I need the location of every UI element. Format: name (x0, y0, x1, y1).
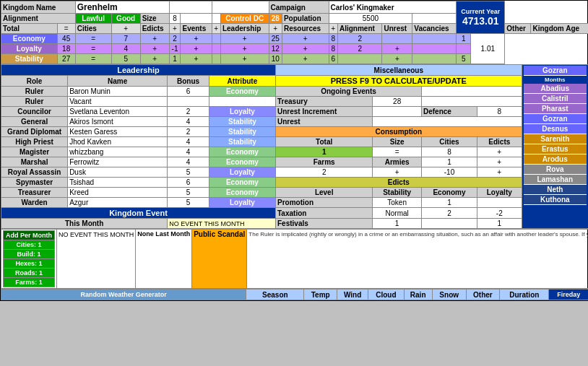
attribute-general: Stability (209, 117, 275, 127)
other-btn[interactable]: Other (466, 289, 500, 300)
control-dc-label: Control DC (220, 14, 269, 24)
stability-alignment (337, 54, 381, 64)
sidebar-lamashan[interactable]: Lamashan (524, 175, 587, 185)
consumption-total-label: Total (276, 137, 373, 147)
name-spymaster[interactable]: Tsishad (68, 178, 168, 188)
consumption-eq: = (373, 147, 422, 157)
bonus-magister: 4 (168, 147, 209, 157)
role-general: General (1, 117, 68, 127)
stability-leadership: 10 (269, 54, 282, 64)
name-treasurer[interactable]: Kreed (68, 188, 168, 198)
role-treasurer: Treasurer (1, 188, 68, 198)
taxation-level[interactable]: Normal (373, 208, 422, 219)
temp-btn[interactable]: Temp (304, 289, 337, 300)
promotion-level[interactable]: Token (373, 198, 422, 208)
sidebar-label-months: Months (524, 76, 587, 84)
bonus-ruler2 (168, 97, 209, 107)
none-last-month-label: None Last Month (136, 230, 192, 289)
loyalty-other (457, 44, 471, 54)
add-farms[interactable]: Farms: 1 (4, 278, 55, 287)
economy-other: 1 (457, 34, 471, 44)
kingdom-event-label: Kingdom Event (1, 208, 276, 219)
bonus-councilor: 2 (168, 107, 209, 117)
add-roads[interactable]: Roads: 1 (4, 269, 55, 278)
edict-stability-label: Stability (373, 188, 422, 198)
edicts-section-header: Edicts (276, 178, 522, 188)
role-ruler2: Ruler (1, 97, 68, 107)
population-value: 5500 (329, 14, 412, 24)
add-build[interactable]: Build: 1 (4, 250, 55, 259)
stability-vacancies (412, 54, 457, 64)
sidebar-sarenith[interactable]: Sarenith (524, 134, 587, 144)
sidebar-gozran2[interactable]: Gozran (524, 114, 587, 124)
ongoing-events-label: Ongoing Events (276, 87, 422, 97)
random-weather-btn[interactable]: Random Weather Generator (1, 289, 246, 300)
sidebar-calistril[interactable]: Calistril (524, 94, 587, 104)
consumption-edicts-value: 2 (276, 167, 373, 178)
rain-btn[interactable]: Rain (404, 289, 432, 300)
size-value: 8 (169, 14, 181, 24)
unrest-increment-label: Unrest Increment (276, 107, 373, 117)
consumption-size-value: 8 (421, 147, 477, 157)
snow-btn[interactable]: Snow (432, 289, 466, 300)
role-warden: Warden (1, 198, 68, 208)
name-general[interactable]: Akiros Ismont (68, 117, 168, 127)
bonus-high-priest: 4 (168, 137, 209, 147)
alignment-good: Good (111, 14, 140, 24)
festivals-level[interactable]: 1 (373, 219, 422, 229)
economy-resources: 8 (329, 34, 337, 44)
duration-btn[interactable]: Duration (500, 289, 549, 300)
public-scandal-label: Public Scandal (192, 230, 247, 289)
bonus-treasurer: 5 (168, 188, 209, 198)
name-grand-diplomat[interactable]: Kesten Garess (68, 127, 168, 137)
sidebar-kuthona[interactable]: Kuthona (524, 195, 587, 205)
stability-edicts: 1 (169, 54, 181, 64)
name-high-priest[interactable]: Jhod Kavken (68, 137, 168, 147)
bonus-marshal: 4 (168, 157, 209, 167)
sidebar-pharast[interactable]: Pharast (524, 104, 587, 114)
unrest-col-label: Unrest (382, 24, 412, 34)
treasury-value-cell: 28 (373, 97, 422, 107)
stability-unrest: + (382, 54, 412, 64)
season-btn[interactable]: Season (246, 289, 304, 300)
cloud-btn[interactable]: Cloud (368, 289, 404, 300)
sidebar-neth[interactable]: Neth (524, 185, 587, 195)
defence-label: Defence (421, 107, 477, 117)
add-cities[interactable]: Cities: 1 (4, 240, 55, 250)
attribute-royal-assassin: Loyalty (209, 167, 275, 178)
consumption-armies-label: Armies (373, 157, 422, 167)
name-royal-assassin[interactable]: Dusk (68, 167, 168, 178)
sidebar-rova[interactable]: Rova (524, 165, 587, 175)
alignment-col-label: Alignment (337, 24, 381, 34)
add-hexes[interactable]: Hexes: 1 (4, 259, 55, 269)
treasury-display: 4713.01 (458, 15, 503, 27)
name-warden[interactable]: Azgur (68, 198, 168, 208)
no-event-this-month: NO EVENT THIS MONTH (168, 219, 276, 229)
name-ruler1[interactable]: Baron Munin (68, 87, 168, 97)
this-month-label: This Month (1, 219, 168, 229)
stability-total: 27 (57, 54, 75, 64)
role-col-label: Role (1, 76, 68, 87)
sidebar-desnus[interactable]: Desnus (524, 124, 587, 134)
press-f9-btn[interactable]: PRESS F9 TO CALCULATE/UPDATE (276, 76, 522, 87)
wind-btn[interactable]: Wind (337, 289, 368, 300)
name-marshal[interactable]: Ferrowitz (68, 157, 168, 167)
sidebar-abadius[interactable]: Abadius (524, 84, 587, 94)
name-magister[interactable]: whizzbang (68, 147, 168, 157)
sidebar-month-gozran[interactable]: Gozran (524, 66, 587, 76)
name-councilor[interactable]: Svetlana Leventon (68, 107, 168, 117)
campaign-name: Carlos' Kingmaker (329, 1, 457, 14)
current-year-section: Current Year 4713.01 (457, 1, 505, 34)
taxation-economy: 2 (421, 208, 477, 219)
kingdom-age-value: 1.01 (471, 34, 505, 64)
economy-events (212, 34, 220, 44)
attribute-councilor: Loyalty (209, 107, 275, 117)
sidebar-arodus[interactable]: Arodus (524, 154, 587, 165)
ongoing-events-value (421, 87, 522, 97)
campaign-label: Campaign (269, 1, 329, 14)
economy-cities: 7 (111, 34, 140, 44)
bonus-grand-diplomat: 2 (168, 127, 209, 137)
name-ruler2[interactable]: Vacant (68, 97, 168, 107)
sidebar-erastus[interactable]: Erastus (524, 144, 587, 154)
loyalty-vacancies (412, 44, 457, 54)
